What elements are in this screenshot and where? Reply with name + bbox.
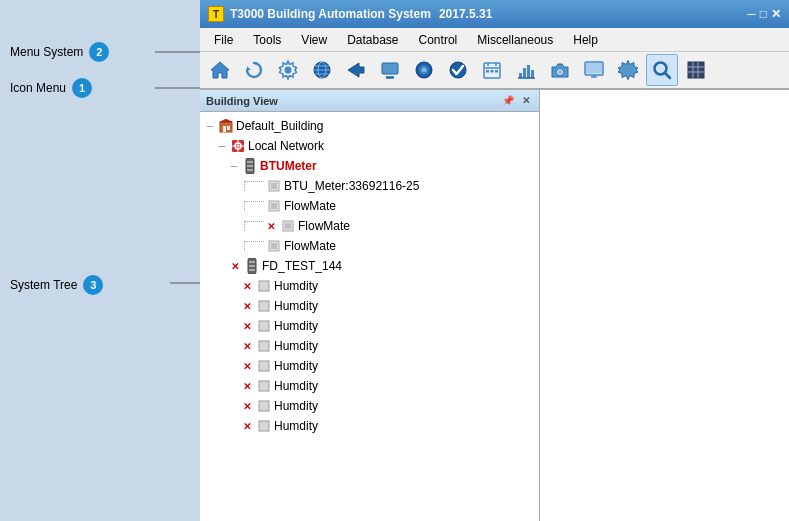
svg-rect-60 (271, 203, 277, 209)
tree-container[interactable]: ─ Default_Building ─ (200, 112, 539, 521)
device-icon-btu (266, 178, 282, 194)
tree-item-humidity-3[interactable]: ✕ Humdity (200, 316, 539, 336)
label-humidity-7: Humdity (274, 399, 318, 413)
camera-button[interactable] (544, 54, 576, 86)
main-layout: Building View 📌 ✕ ─ (200, 90, 789, 521)
monitor-button[interactable] (578, 54, 610, 86)
humidity-icon-1 (256, 278, 272, 294)
svg-rect-48 (227, 126, 230, 130)
app-title: T3000 Building Automation System (230, 7, 431, 21)
verify-button[interactable] (442, 54, 474, 86)
label-default-building: Default_Building (236, 119, 323, 133)
menu-control[interactable]: Control (409, 31, 468, 49)
svg-point-32 (558, 70, 562, 74)
svg-rect-58 (271, 183, 277, 189)
menu-view[interactable]: View (291, 31, 337, 49)
tree-item-humidity-7[interactable]: ✕ Humdity (200, 396, 539, 416)
tree-item-local-network[interactable]: ─ Local Network (200, 136, 539, 156)
tree-item-flowmate-3[interactable]: FlowMate (200, 236, 539, 256)
tree-item-humidity-6[interactable]: ✕ Humdity (200, 376, 539, 396)
label-humidity-6: Humdity (274, 379, 318, 393)
settings-button[interactable] (272, 54, 304, 86)
calendar-button[interactable] (476, 54, 508, 86)
tree-item-humidity-4[interactable]: ✕ Humdity (200, 336, 539, 356)
tree-item-humidity-1[interactable]: ✕ Humdity (200, 276, 539, 296)
svg-rect-47 (223, 126, 226, 132)
label-btumeter: BTUMeter (260, 159, 317, 173)
expander-local-network[interactable]: ─ (216, 140, 228, 152)
error-icon-humidity-6: ✕ (242, 381, 252, 392)
panel-controls: 📌 ✕ (501, 94, 533, 108)
tree-item-humidity-2[interactable]: ✕ Humdity (200, 296, 539, 316)
svg-rect-27 (523, 68, 526, 78)
right-panel (540, 90, 789, 521)
svg-rect-28 (527, 65, 530, 78)
network-button[interactable] (306, 54, 338, 86)
svg-rect-76 (259, 421, 269, 431)
refresh-button[interactable] (238, 54, 270, 86)
home-button[interactable] (204, 54, 236, 86)
close-button[interactable]: ✕ (771, 7, 781, 21)
panel-pin-button[interactable]: 📌 (501, 94, 515, 108)
tree-item-fd-test[interactable]: ✕ FD_TEST_144 (200, 256, 539, 276)
building-view-panel: Building View 📌 ✕ ─ (200, 90, 540, 521)
app-version: 2017.5.31 (439, 7, 492, 21)
menu-help[interactable]: Help (563, 31, 608, 49)
label-humidity-5: Humdity (274, 359, 318, 373)
tree-item-flowmate-1[interactable]: FlowMate (200, 196, 539, 216)
menu-miscellaneous[interactable]: Miscellaneous (467, 31, 563, 49)
label-btu-meter-device: BTU_Meter:33692116-25 (284, 179, 419, 193)
humidity-icon-3 (256, 318, 272, 334)
btumeter-icon (242, 158, 258, 174)
tree-item-humidity-8[interactable]: ✕ Humdity (200, 416, 539, 436)
chart-button[interactable] (510, 54, 542, 86)
annotation-badge-icon-menu: 1 (72, 78, 92, 98)
tree-item-btumeter[interactable]: ─ BTUMeter (200, 156, 539, 176)
minimize-button[interactable]: ─ (747, 7, 756, 21)
humidity-icon-8 (256, 418, 272, 434)
tree-item-humidity-5[interactable]: ✕ Humdity (200, 356, 539, 376)
svg-rect-74 (259, 381, 269, 391)
error-icon-humidity-3: ✕ (242, 321, 252, 332)
svg-rect-54 (247, 161, 253, 163)
signal-button[interactable] (408, 54, 440, 86)
error-icon-humidity-8: ✕ (242, 421, 252, 432)
search-button[interactable] (646, 54, 678, 86)
label-humidity-4: Humdity (274, 339, 318, 353)
error-icon-humidity-2: ✕ (242, 301, 252, 312)
large-gear-button[interactable] (612, 54, 644, 86)
tree-item-default-building[interactable]: ─ Default_Building (200, 116, 539, 136)
label-humidity-8: Humdity (274, 419, 318, 433)
sidebar-annotations: Menu System 2 Icon Menu 1 System Tree 3 (0, 0, 200, 521)
menu-file[interactable]: File (204, 31, 243, 49)
computer-button[interactable] (374, 54, 406, 86)
panel-close-button[interactable]: ✕ (519, 94, 533, 108)
svg-marker-4 (247, 66, 251, 70)
error-icon-humidity-7: ✕ (242, 401, 252, 412)
menu-tools[interactable]: Tools (243, 31, 291, 49)
arrow-button[interactable] (340, 54, 372, 86)
annotation-badge-menu-system: 2 (89, 42, 109, 62)
expander-default-building[interactable]: ─ (204, 120, 216, 132)
flowmate-icon-3 (266, 238, 282, 254)
label-flowmate-3: FlowMate (284, 239, 336, 253)
svg-rect-68 (249, 269, 255, 271)
svg-rect-29 (531, 70, 534, 78)
panel-title: Building View (206, 95, 278, 107)
humidity-icon-5 (256, 358, 272, 374)
icon-toolbar (200, 52, 789, 90)
tree-item-flowmate-2[interactable]: ✕ FlowMate (200, 216, 539, 236)
tree-item-btu-meter-device[interactable]: BTU_Meter:33692116-25 (200, 176, 539, 196)
grid-button[interactable] (680, 54, 712, 86)
flowmate-icon-2 (280, 218, 296, 234)
title-bar: T T3000 Building Automation System 2017.… (200, 0, 789, 28)
svg-rect-55 (247, 165, 253, 167)
menu-database[interactable]: Database (337, 31, 408, 49)
svg-rect-66 (249, 261, 255, 263)
svg-rect-72 (259, 341, 269, 351)
maximize-button[interactable]: □ (760, 7, 767, 21)
label-flowmate-1: FlowMate (284, 199, 336, 213)
label-humidity-2: Humdity (274, 299, 318, 313)
app-icon: T (208, 6, 224, 22)
expander-btumeter[interactable]: ─ (228, 160, 240, 172)
